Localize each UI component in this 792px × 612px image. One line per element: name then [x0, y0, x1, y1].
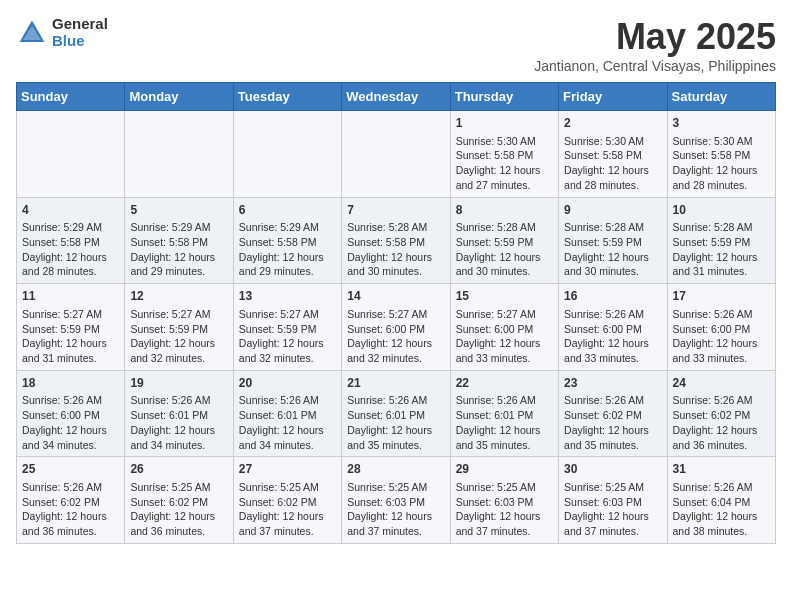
calendar-cell: [17, 111, 125, 198]
day-info: Sunrise: 5:26 AM: [673, 480, 770, 495]
day-info: and 38 minutes.: [673, 524, 770, 539]
day-info: Sunset: 5:58 PM: [456, 148, 553, 163]
day-info: Sunrise: 5:26 AM: [22, 480, 119, 495]
day-info: and 37 minutes.: [564, 524, 661, 539]
day-number: 3: [673, 115, 770, 132]
day-info: Sunset: 5:58 PM: [22, 235, 119, 250]
weekday-header-sunday: Sunday: [17, 83, 125, 111]
day-number: 15: [456, 288, 553, 305]
day-info: and 37 minutes.: [239, 524, 336, 539]
day-info: Sunset: 5:59 PM: [673, 235, 770, 250]
calendar-cell: 9Sunrise: 5:28 AMSunset: 5:59 PMDaylight…: [559, 197, 667, 284]
day-info: Daylight: 12 hours: [456, 250, 553, 265]
calendar-cell: 8Sunrise: 5:28 AMSunset: 5:59 PMDaylight…: [450, 197, 558, 284]
calendar-subtitle: Jantianon, Central Visayas, Philippines: [534, 58, 776, 74]
day-info: Sunrise: 5:25 AM: [456, 480, 553, 495]
day-info: Sunrise: 5:27 AM: [239, 307, 336, 322]
day-info: Sunset: 5:59 PM: [456, 235, 553, 250]
day-number: 24: [673, 375, 770, 392]
day-info: Sunrise: 5:26 AM: [456, 393, 553, 408]
day-number: 7: [347, 202, 444, 219]
day-info: and 28 minutes.: [22, 264, 119, 279]
day-info: and 33 minutes.: [564, 351, 661, 366]
day-info: Sunset: 6:02 PM: [22, 495, 119, 510]
day-info: Daylight: 12 hours: [130, 509, 227, 524]
calendar-cell: 20Sunrise: 5:26 AMSunset: 6:01 PMDayligh…: [233, 370, 341, 457]
calendar-cell: 25Sunrise: 5:26 AMSunset: 6:02 PMDayligh…: [17, 457, 125, 544]
calendar-cell: 14Sunrise: 5:27 AMSunset: 6:00 PMDayligh…: [342, 284, 450, 371]
day-number: 10: [673, 202, 770, 219]
day-info: Sunrise: 5:27 AM: [456, 307, 553, 322]
calendar-cell: 24Sunrise: 5:26 AMSunset: 6:02 PMDayligh…: [667, 370, 775, 457]
calendar-week-row: 25Sunrise: 5:26 AMSunset: 6:02 PMDayligh…: [17, 457, 776, 544]
day-info: and 33 minutes.: [456, 351, 553, 366]
day-info: and 29 minutes.: [239, 264, 336, 279]
calendar-cell: [233, 111, 341, 198]
day-info: Sunset: 6:02 PM: [239, 495, 336, 510]
weekday-header-friday: Friday: [559, 83, 667, 111]
day-info: and 32 minutes.: [130, 351, 227, 366]
day-info: Daylight: 12 hours: [239, 250, 336, 265]
day-info: Sunrise: 5:27 AM: [22, 307, 119, 322]
day-info: Daylight: 12 hours: [456, 163, 553, 178]
day-info: Daylight: 12 hours: [456, 423, 553, 438]
day-info: Daylight: 12 hours: [22, 423, 119, 438]
calendar-title: May 2025: [534, 16, 776, 58]
weekday-header-saturday: Saturday: [667, 83, 775, 111]
day-info: Daylight: 12 hours: [673, 423, 770, 438]
day-info: Sunrise: 5:26 AM: [347, 393, 444, 408]
day-info: Daylight: 12 hours: [564, 423, 661, 438]
day-number: 13: [239, 288, 336, 305]
day-info: Sunset: 6:00 PM: [564, 322, 661, 337]
day-info: and 30 minutes.: [456, 264, 553, 279]
day-info: and 32 minutes.: [347, 351, 444, 366]
day-info: Sunrise: 5:28 AM: [347, 220, 444, 235]
day-info: and 36 minutes.: [673, 438, 770, 453]
day-number: 21: [347, 375, 444, 392]
day-info: and 29 minutes.: [130, 264, 227, 279]
day-info: Sunset: 5:58 PM: [130, 235, 227, 250]
day-info: Sunrise: 5:26 AM: [22, 393, 119, 408]
calendar-cell: 23Sunrise: 5:26 AMSunset: 6:02 PMDayligh…: [559, 370, 667, 457]
day-info: Sunset: 5:59 PM: [22, 322, 119, 337]
day-info: Sunrise: 5:25 AM: [347, 480, 444, 495]
day-info: and 35 minutes.: [347, 438, 444, 453]
day-info: Daylight: 12 hours: [456, 336, 553, 351]
day-info: Sunrise: 5:28 AM: [456, 220, 553, 235]
calendar-week-row: 11Sunrise: 5:27 AMSunset: 5:59 PMDayligh…: [17, 284, 776, 371]
calendar-cell: 26Sunrise: 5:25 AMSunset: 6:02 PMDayligh…: [125, 457, 233, 544]
day-info: Daylight: 12 hours: [564, 250, 661, 265]
day-number: 20: [239, 375, 336, 392]
day-info: Sunset: 6:04 PM: [673, 495, 770, 510]
day-info: Sunset: 5:59 PM: [239, 322, 336, 337]
day-info: Sunrise: 5:26 AM: [673, 307, 770, 322]
day-info: Sunrise: 5:30 AM: [673, 134, 770, 149]
day-info: Sunrise: 5:30 AM: [564, 134, 661, 149]
calendar-cell: 31Sunrise: 5:26 AMSunset: 6:04 PMDayligh…: [667, 457, 775, 544]
calendar-cell: 22Sunrise: 5:26 AMSunset: 6:01 PMDayligh…: [450, 370, 558, 457]
day-info: Sunrise: 5:25 AM: [239, 480, 336, 495]
day-info: Sunset: 6:00 PM: [456, 322, 553, 337]
calendar-week-row: 18Sunrise: 5:26 AMSunset: 6:00 PMDayligh…: [17, 370, 776, 457]
weekday-header-thursday: Thursday: [450, 83, 558, 111]
calendar-cell: 21Sunrise: 5:26 AMSunset: 6:01 PMDayligh…: [342, 370, 450, 457]
day-number: 31: [673, 461, 770, 478]
day-number: 8: [456, 202, 553, 219]
day-info: and 32 minutes.: [239, 351, 336, 366]
day-info: Sunrise: 5:28 AM: [673, 220, 770, 235]
day-info: Sunset: 6:03 PM: [564, 495, 661, 510]
day-info: Sunrise: 5:27 AM: [347, 307, 444, 322]
day-number: 30: [564, 461, 661, 478]
day-info: Daylight: 12 hours: [456, 509, 553, 524]
day-number: 26: [130, 461, 227, 478]
calendar-cell: 29Sunrise: 5:25 AMSunset: 6:03 PMDayligh…: [450, 457, 558, 544]
calendar-cell: 6Sunrise: 5:29 AMSunset: 5:58 PMDaylight…: [233, 197, 341, 284]
day-number: 1: [456, 115, 553, 132]
day-info: and 37 minutes.: [347, 524, 444, 539]
day-info: Sunrise: 5:25 AM: [130, 480, 227, 495]
day-info: Sunrise: 5:26 AM: [564, 307, 661, 322]
day-info: Sunset: 6:01 PM: [347, 408, 444, 423]
day-info: Sunset: 6:02 PM: [130, 495, 227, 510]
day-number: 14: [347, 288, 444, 305]
day-number: 22: [456, 375, 553, 392]
